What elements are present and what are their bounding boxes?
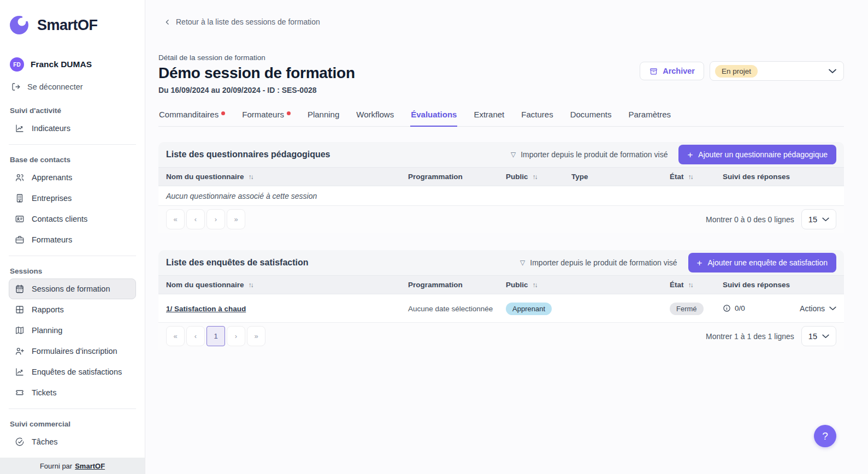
sidebar-item-label: Apprenants [32,173,72,182]
tab-workflows[interactable]: Workflows [356,106,394,126]
import-link-label: Importer depuis le produit de formation … [521,150,668,159]
sidebar-item-formulaires-inscription[interactable]: Formulaires d'inscription [9,341,136,362]
actions-menu-button[interactable]: Actions [800,304,836,313]
sidebar-item-sessions-de-formation[interactable]: Sessions de formation [9,279,136,299]
sidebar-item-label: Contacts clients [32,215,87,223]
sidebar-item-label: Indicateurs [32,124,70,133]
tab-commanditaires[interactable]: Commanditaires [158,106,226,126]
sort-icon[interactable]: ↑↓ [249,173,253,181]
back-link-label: Retour à la liste des sessions de format… [176,17,320,26]
add-survey-button[interactable]: + Ajouter une enquête de satisfaction [688,253,836,272]
prev-page-button[interactable]: ‹ [186,326,205,346]
tab-factures[interactable]: Factures [521,106,553,126]
divider [9,144,136,145]
tab-label: Planning [308,110,339,119]
user-profile[interactable]: FD Franck DUMAS [9,57,136,72]
user-name: Franck DUMAS [31,60,92,69]
last-page-button[interactable]: » [247,326,265,346]
plus-icon: + [687,150,693,159]
sidebar-item-tickets[interactable]: Tickets [9,382,136,403]
page-header: Détail de la session de formation Démo s… [158,54,844,94]
add-questionnaire-button[interactable]: + Ajouter un questionnaire pédagogique [678,145,836,164]
sort-icon[interactable]: ↑↓ [688,173,693,181]
sidebar-item-entreprises[interactable]: Entreprises [9,188,136,209]
id-card-icon [15,214,25,224]
page-size-value: 15 [808,215,817,224]
map-icon [15,325,25,335]
last-page-button[interactable]: » [227,209,245,229]
help-button[interactable]: ? [814,425,836,447]
questionnaires-table-header: Nom du questionnaire ↑↓ Programmation Pu… [158,167,844,186]
sort-icon[interactable]: ↑↓ [533,173,537,181]
page-1-button[interactable]: 1 [206,326,225,346]
tab-label: Documents [570,110,612,119]
page-size-select[interactable]: 15 [801,209,836,229]
sidebar-item-label: Tâches [32,437,58,446]
sidebar-item-apprenants[interactable]: Apprenants [9,167,136,188]
add-survey-label: Ajouter une enquête de satisfaction [708,258,828,267]
status-badge: En projet [715,65,758,78]
column-header: Nom du questionnaire [166,173,244,181]
questionnaires-card: Liste des questionnaires pédagogiques ▽ … [158,142,844,233]
alert-dot-icon [221,111,225,115]
sidebar: SmartOF FD Franck DUMAS Se déconnecter S… [0,0,145,474]
column-header: Programmation [408,173,463,181]
surveys-title: Liste des enquêtes de satisfaction [166,258,309,268]
divider [9,408,136,409]
tab-documents[interactable]: Documents [570,106,612,126]
surveys-card: Liste des enquêtes de satisfaction ▽ Imp… [158,250,844,349]
column-header: État [670,173,684,181]
sidebar-item-label: Sessions de formation [32,285,110,293]
first-page-button[interactable]: « [166,326,185,346]
column-header: Suivi des réponses [723,173,790,181]
section-label-sessions: Sessions [10,267,136,275]
import-survey-link[interactable]: ▽ Importer depuis le produit de formatio… [520,258,677,267]
section-label-activity: Suivi d'activité [10,106,136,115]
import-questionnaire-link[interactable]: ▽ Importer depuis le produit de formatio… [511,150,668,159]
empty-message: Aucun questionnaire associé à cette sess… [166,192,317,200]
sidebar-item-taches[interactable]: Tâches [9,431,136,452]
tab-formateurs[interactable]: Formateurs [241,106,291,126]
next-page-button[interactable]: › [206,209,225,229]
page-size-select[interactable]: 15 [801,326,836,346]
sidebar-item-label: Planning [32,326,62,335]
tab-parametres[interactable]: Paramètres [628,106,672,126]
archive-button[interactable]: Archiver [640,62,704,80]
prev-page-button[interactable]: ‹ [186,209,205,229]
tab-planning[interactable]: Planning [307,106,340,126]
sidebar-item-formateurs[interactable]: Formateurs [9,229,136,250]
tab-extranet[interactable]: Extranet [473,106,505,126]
sidebar-item-label: Tickets [32,388,56,397]
filter-icon: ▽ [511,151,516,158]
sort-icon[interactable]: ↑↓ [533,281,537,289]
back-link[interactable]: Retour à la liste des sessions de format… [164,17,320,26]
tab-evaluations[interactable]: Évaluations [410,106,457,127]
tab-label: Évaluations [411,110,457,119]
surveys-pagination: « ‹ 1 › » Montrer 1 à 1 des 1 lignes 15 [158,323,844,349]
survey-row: 1/ Satisfaction à chaud Aucune date séle… [158,294,844,323]
app-logo[interactable]: SmartOF [9,14,136,37]
rows-summary: Montrer 1 à 1 des 1 lignes [706,332,794,341]
sort-icon[interactable]: ↑↓ [249,281,253,289]
sidebar-item-rapports[interactable]: Rapports [9,299,136,320]
sort-icon[interactable]: ↑↓ [688,281,693,289]
next-page-button[interactable]: › [227,326,245,346]
chevron-down-icon [829,306,836,311]
sidebar-item-enquetes-satisfactions[interactable]: Enquêtes de satisfactions [9,362,136,382]
user-plus-icon [15,346,25,356]
status-select[interactable]: En projet [710,61,844,81]
surveys-table-header: Nom du questionnaire ↑↓ Programmation Pu… [158,275,844,294]
tab-label: Extranet [474,110,504,119]
sidebar-item-indicateurs[interactable]: Indicateurs [9,118,136,139]
sidebar-item-contacts-clients[interactable]: Contacts clients [9,209,136,229]
logout-button[interactable]: Se déconnecter [9,78,136,96]
questionnaires-pagination: « ‹ › » Montrer 0 à 0 des 0 lignes 15 [158,206,844,233]
survey-name-link[interactable]: 1/ Satisfaction à chaud [166,305,246,313]
sidebar-item-planning[interactable]: Planning [9,320,136,341]
import-link-label: Importer depuis le produit de formation … [530,258,677,267]
footer-smartof-link[interactable]: SmartOF [75,462,105,470]
tab-label: Factures [521,110,553,119]
first-page-button[interactable]: « [166,209,185,229]
section-label-contacts: Base de contacts [10,156,136,164]
sidebar-item-label: Formateurs [32,235,72,244]
